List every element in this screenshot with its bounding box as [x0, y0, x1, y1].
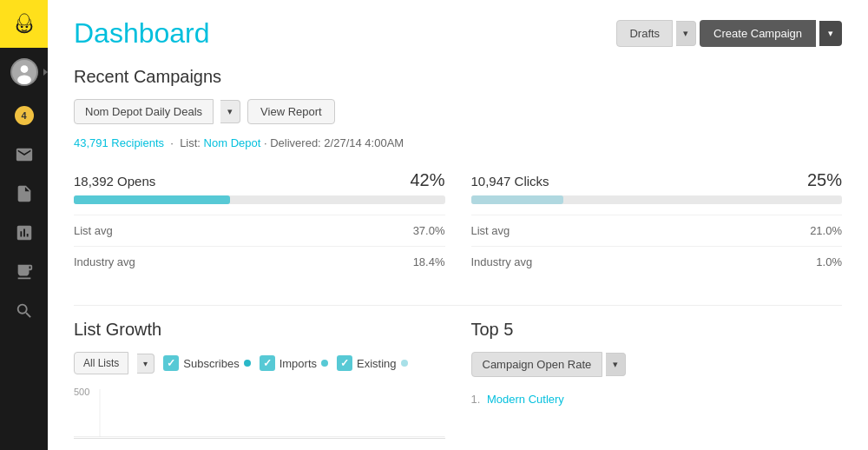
clicks-label: 10,947 Clicks — [471, 174, 549, 189]
header-actions: Drafts ▾ Create Campaign ▾ — [616, 20, 842, 47]
clicks-stat-block: 10,947 Clicks 25% List avg 21.0% Industr… — [471, 163, 843, 284]
automations-icon[interactable] — [0, 252, 48, 291]
recent-campaigns-section: Recent Campaigns Nom Depot Daily Deals ▾… — [74, 67, 842, 284]
imports-dot — [321, 360, 328, 367]
svg-point-9 — [17, 75, 31, 84]
opens-list-avg: List avg 37.0% — [74, 215, 445, 246]
recent-campaigns-title: Recent Campaigns — [74, 67, 842, 87]
subscribes-dot — [244, 360, 251, 367]
logo[interactable] — [0, 0, 48, 48]
opens-industry-avg: Industry avg 18.4% — [74, 246, 445, 277]
clicks-list-avg: List avg 21.0% — [471, 215, 843, 246]
imports-checkbox[interactable]: Imports — [260, 355, 328, 371]
create-campaign-dropdown-button[interactable]: ▾ — [819, 21, 842, 46]
avatar-expand-icon — [43, 69, 48, 76]
list-growth-section: List Growth All Lists ▾ Subscribes Impor… — [74, 320, 445, 439]
existing-dot — [401, 360, 408, 367]
campaign-controls: Nom Depot Daily Deals ▾ View Report — [74, 99, 842, 124]
opens-industry-avg-label: Industry avg — [74, 255, 135, 268]
page-header: Dashboard Drafts ▾ Create Campaign ▾ — [74, 17, 842, 50]
svg-point-8 — [20, 65, 28, 73]
user-avatar[interactable] — [0, 48, 48, 96]
all-lists-dropdown[interactable]: ▾ — [137, 354, 155, 374]
delivered-info: · Delivered: 2/27/14 4:00AM — [264, 136, 404, 149]
rank-1: 1. — [471, 393, 481, 406]
list-label: List: — [180, 136, 201, 149]
stats-grid: 18,392 Opens 42% List avg 37.0% Industry… — [74, 163, 842, 284]
badge-count: 4 — [15, 106, 34, 125]
list-growth-chart: 500 — [74, 387, 445, 439]
subscribes-label: Subscribes — [183, 357, 239, 370]
clicks-list-avg-val: 21.0% — [810, 224, 842, 237]
open-rate-dropdown[interactable]: ▾ — [606, 353, 626, 376]
search-icon[interactable] — [0, 291, 48, 330]
clicks-header: 10,947 Clicks 25% — [471, 170, 843, 190]
opens-list-avg-val: 37.0% — [413, 224, 445, 237]
opens-list-avg-label: List avg — [74, 224, 113, 237]
opens-pct: 42% — [410, 170, 444, 190]
open-rate-button[interactable]: Campaign Open Rate — [471, 352, 603, 377]
svg-point-3 — [25, 25, 28, 28]
bottom-grid: List Growth All Lists ▾ Subscribes Impor… — [74, 320, 842, 439]
campaign-info: 43,791 Recipients · List: Nom Depot · De… — [74, 136, 842, 149]
clicks-pct: 25% — [807, 170, 842, 190]
drafts-dropdown-button[interactable]: ▾ — [676, 21, 696, 46]
section-divider — [74, 305, 842, 306]
clicks-industry-avg-label: Industry avg — [471, 255, 533, 268]
opens-stat-block: 18,392 Opens 42% List avg 37.0% Industry… — [74, 163, 445, 284]
imports-checkbox-box — [260, 355, 275, 371]
opens-progress-fill — [74, 195, 230, 204]
top5-controls: Campaign Open Rate ▾ — [471, 352, 843, 377]
subscribes-checkbox[interactable]: Subscribes — [163, 355, 250, 371]
drafts-button[interactable]: Drafts — [616, 20, 673, 47]
sidebar: 4 — [0, 0, 48, 450]
svg-point-2 — [20, 25, 23, 28]
svg-point-6 — [19, 13, 29, 24]
clicks-progress-fill — [471, 195, 564, 204]
list-growth-controls: All Lists ▾ Subscribes Imports Existing — [74, 352, 445, 374]
clicks-industry-avg-val: 1.0% — [816, 255, 842, 268]
avatar-image — [10, 58, 38, 86]
clicks-industry-avg: Industry avg 1.0% — [471, 246, 843, 277]
subscribes-checkbox-box — [163, 355, 179, 371]
clicks-list-avg-label: List avg — [471, 224, 510, 237]
top5-item-1: 1. Modern Cutlery — [471, 389, 843, 409]
existing-label: Existing — [357, 357, 397, 370]
main-content: Dashboard Drafts ▾ Create Campaign ▾ Rec… — [48, 0, 868, 450]
all-lists-button[interactable]: All Lists — [74, 352, 128, 374]
view-report-button[interactable]: View Report — [247, 99, 335, 124]
top5-section: Top 5 Campaign Open Rate ▾ 1. Modern Cut… — [471, 320, 843, 439]
create-campaign-button[interactable]: Create Campaign — [700, 20, 816, 47]
reports-icon[interactable] — [0, 213, 48, 252]
opens-header: 18,392 Opens 42% — [74, 170, 445, 190]
lists-icon[interactable] — [0, 174, 48, 213]
top5-title: Top 5 — [471, 320, 843, 340]
opens-progress-bg — [74, 195, 445, 204]
campaign-select-button[interactable]: Nom Depot Daily Deals — [74, 99, 214, 124]
top5-link-1[interactable]: Modern Cutlery — [487, 393, 564, 406]
list-growth-title: List Growth — [74, 320, 445, 340]
notifications-badge[interactable]: 4 — [0, 96, 48, 135]
campaigns-icon[interactable] — [0, 135, 48, 174]
campaign-select-dropdown[interactable]: ▾ — [220, 100, 240, 123]
imports-label: Imports — [279, 357, 317, 370]
page-title: Dashboard — [74, 17, 210, 50]
clicks-progress-bg — [471, 195, 843, 204]
list-name-link[interactable]: Nom Depot — [204, 136, 261, 149]
opens-industry-avg-val: 18.4% — [413, 255, 445, 268]
recipients-link[interactable]: 43,791 Recipients — [74, 136, 164, 149]
opens-label: 18,392 Opens — [74, 174, 155, 189]
chart-svg — [74, 389, 445, 437]
existing-checkbox-box — [337, 355, 352, 371]
existing-checkbox[interactable]: Existing — [337, 355, 408, 371]
